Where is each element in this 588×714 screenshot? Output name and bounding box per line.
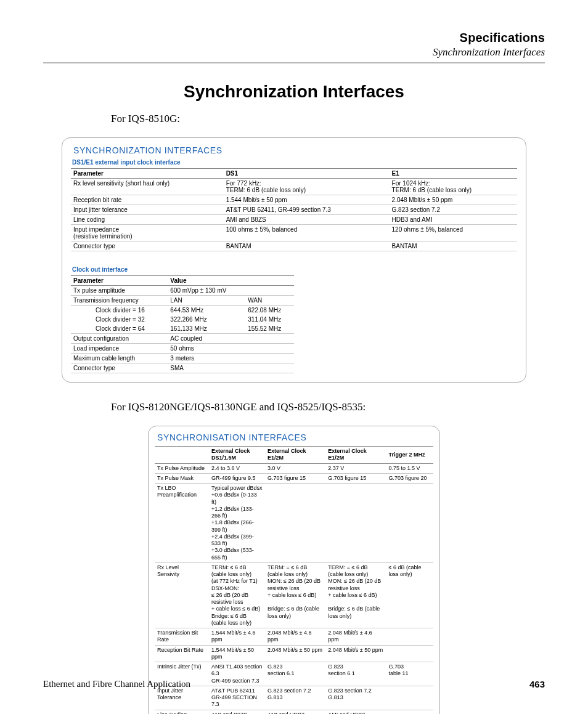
column-header: DS1	[224, 169, 390, 179]
cell: Maximum cable length	[71, 354, 168, 363]
cell: G.823 section 7.2G.813	[325, 686, 386, 710]
cell: 1.544 Mbit/s ± 4.6 ppm	[209, 628, 265, 646]
table-row: Rx LevelSensivityTERM: ≤ 6 dB (cable los…	[155, 562, 433, 628]
cell	[245, 286, 294, 296]
clock-out-table: ParameterValueTx pulse amplitude600 mVpp…	[71, 275, 294, 373]
table-row: Transmission frequencyLANWAN	[71, 296, 294, 306]
page-header: Specifications Synchronization Interface…	[43, 31, 545, 59]
header-rule	[43, 62, 545, 63]
cell: 622.08 MHz	[245, 306, 294, 315]
cell: LAN	[168, 296, 245, 306]
column-header: External Clock DS1/1.5M	[209, 447, 265, 464]
cell: AMI and HDB3	[325, 710, 386, 714]
ds1-e1-table: ParameterDS1E1Rx level sensitivity (shor…	[71, 168, 517, 251]
table-row: Tx pulse amplitude600 mVpp ± 130 mV	[71, 286, 294, 296]
box1-section2-label: Clock out interface	[72, 266, 517, 273]
column-header: Trigger 2 MHz	[386, 447, 434, 464]
box1-title: SYNCHRONIZATION INTERFACES	[73, 145, 517, 155]
cell: 2.37 V	[325, 463, 386, 473]
cell	[386, 686, 434, 710]
cell: 50 ohms	[168, 344, 245, 354]
cell: Reception Bit Rate	[155, 645, 209, 662]
cell: ≤ 6 dB (cable loss only)	[386, 562, 434, 628]
cell: Tx Pulse Amplitude	[155, 463, 209, 473]
cell: Transmission Bit Rate	[155, 628, 209, 646]
cell	[245, 334, 294, 344]
header-subtitle: Synchronization Interfaces	[43, 46, 545, 59]
table-row: Transmission Bit Rate1.544 Mbit/s ± 4.6 …	[155, 628, 433, 646]
cell	[386, 645, 434, 662]
sync-box-1: SYNCHRONIZATION INTERFACES DS1/E1 extern…	[62, 137, 526, 383]
cell: 0.75 to 1.5 V	[386, 463, 434, 473]
column-header: Value	[168, 276, 245, 286]
table-row: Line CodingAMI and B8ZSAMI and HDB3AMI a…	[155, 710, 433, 714]
cell: GR-499 figure 9.5	[209, 473, 265, 483]
table-row: Tx LBOPreamplificationTypical power dBds…	[155, 484, 433, 563]
table-header-row: ParameterValue	[71, 276, 294, 286]
cell: 322.266 MHz	[168, 315, 245, 324]
cell: Rx level sensitivity (short haul only)	[71, 179, 224, 195]
header-title: Specifications	[43, 31, 545, 45]
page-footer: Ethernet and Fibre Channel Application 4…	[43, 679, 545, 689]
box2-title: SYNCHRONISATION INTERFACES	[157, 432, 433, 442]
cell	[386, 710, 434, 714]
cell: Input impedance(resistive termination)	[71, 225, 224, 241]
cell: Input JitterTolerance	[155, 686, 209, 710]
cell: TERM: = ≤ 6 dB (cable loss only)MON: ≤ 2…	[325, 562, 386, 628]
column-header: Parameter	[71, 276, 168, 286]
cell: Tx LBOPreamplification	[155, 484, 209, 563]
cell: G.823 section 7.2G.813	[265, 686, 325, 710]
cell: Output configuration	[71, 334, 168, 344]
cell: BANTAM	[390, 241, 517, 251]
cell: Clock divider = 16	[71, 306, 168, 315]
cell: SMA	[168, 363, 245, 373]
table-row: Maximum cable length3 meters	[71, 354, 294, 363]
cell: 1.544 Mbit/s ± 50 ppm	[209, 645, 265, 662]
cell: 161.133 MHz	[168, 324, 245, 334]
sync-interfaces-table: External Clock DS1/1.5MExternal Clock E1…	[155, 446, 433, 714]
table-row: Input JitterToleranceAT&T PUB 62411GR-49…	[155, 686, 433, 710]
cell: For 1024 kHz:TERM: 6 dB (cable loss only…	[390, 179, 517, 195]
table-row: Input impedance(resistive termination)10…	[71, 225, 517, 241]
table-header-row: External Clock DS1/1.5MExternal Clock E1…	[155, 447, 433, 464]
cell: 2.048 Mbit/s ± 50 ppm	[390, 195, 517, 205]
cell: AMI and HDB3	[265, 710, 325, 714]
sync-box-2: SYNCHRONISATION INTERFACES External Cloc…	[148, 426, 440, 714]
cell: G.703 figure 15	[325, 473, 386, 483]
column-header	[245, 276, 294, 286]
cell	[265, 484, 325, 563]
cell: Line coding	[71, 215, 224, 225]
cell: TERM: = ≤ 6 dB (cable loss only)MON: ≤ 2…	[265, 562, 325, 628]
cell: 2.048 Mbit/s ± 50 ppm	[325, 645, 386, 662]
cell: 155.52 MHz	[245, 324, 294, 334]
cell: Rx LevelSensivity	[155, 562, 209, 628]
main-title: Synchronization Interfaces	[43, 82, 545, 102]
cell: Connector type	[71, 363, 168, 373]
cell	[325, 484, 386, 563]
table-row: Reception Bit Rate1.544 Mbit/s ± 50 ppm2…	[155, 645, 433, 662]
cell: AT&T PUB 62411GR-499 SECTION 7.3	[209, 686, 265, 710]
cell: 2.048 Mbit/s ± 4.6 ppm	[325, 628, 386, 646]
cell: 2.048 Mbit/s ± 50 ppm	[265, 645, 325, 662]
cell: Tx pulse amplitude	[71, 286, 168, 296]
cell	[245, 354, 294, 363]
cell: BANTAM	[224, 241, 390, 251]
table-row: Reception bit rate1.544 Mbit/s ± 50 ppm2…	[71, 195, 517, 205]
cell: 2.4 to 3.6 V	[209, 463, 265, 473]
table-row: Connector typeSMA	[71, 363, 294, 373]
cell: For 772 kHz:TERM: 6 dB (cable loss only)	[224, 179, 390, 195]
cell: AT&T PUB 62411, GR-499 section 7.3	[224, 205, 390, 215]
table-row: Line codingAMI and B8ZSHDB3 and AMI	[71, 215, 517, 225]
box1-section1-label: DS1/E1 external input clock interface	[72, 159, 517, 166]
table-row: Load impedance50 ohms	[71, 344, 294, 354]
table-row: Clock divider = 64161.133 MHz155.52 MHz	[71, 324, 294, 334]
table-row: Tx Pulse Amplitude2.4 to 3.6 V3.0 V2.37 …	[155, 463, 433, 473]
cell: Tx Pulse Mask	[155, 473, 209, 483]
cell: G.823 section 7.2	[390, 205, 517, 215]
cell	[245, 344, 294, 354]
cell: 644.53 MHz	[168, 306, 245, 315]
cell: Clock divider = 32	[71, 315, 168, 324]
cell	[386, 628, 434, 646]
cell: 311.04 MHz	[245, 315, 294, 324]
cell: Transmission frequency	[71, 296, 168, 306]
